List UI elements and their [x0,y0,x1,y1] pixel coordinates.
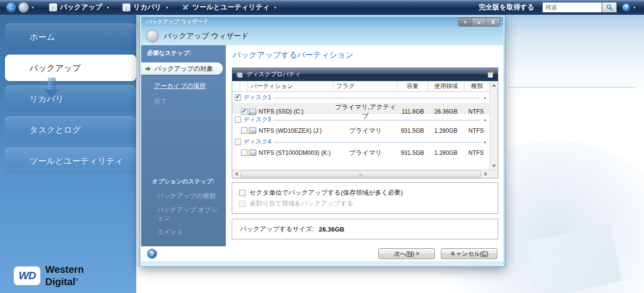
horizontal-scroll-thumb[interactable]: ||| [241,171,481,177]
forward-arrow-icon: → [21,4,27,11]
column-header-type[interactable]: 種類 [464,81,490,91]
disk-properties-icon [236,71,243,78]
step-backup-target[interactable]: バックアップの対象 [141,62,223,75]
unallocated-backup-option: 未割り当て領域をバックアップする [238,198,492,209]
backup-up-arrow-icon: ↑ [49,3,57,11]
tools-icon [182,3,189,11]
wizard-steps-panel: 必要なステップ: バックアップの対象 アーカイブの場所 完了 オプションのステッ… [141,45,226,246]
sidebar: ホーム バックアップ リカバリ タスクとログ ツールとユーティリティ WD We… [0,15,136,293]
table-row-partition-k[interactable]: ★ NTFS (ST1000DM003) (K:) プライマリ 931.5GB … [232,147,490,158]
partition-c-checkbox[interactable]: ✓ [241,109,247,115]
partition-icon: ★ [249,127,256,134]
collapse-chevron-icon[interactable]: ▲ [483,118,487,121]
sidebar-item-label: バックアップ [30,62,81,74]
chevron-down-icon: ▼ [165,6,169,9]
search-input[interactable] [542,2,602,13]
search-box [542,2,617,13]
sidebar-item-label: リカバリ [30,93,64,105]
get-full-version-link[interactable]: 完全版を取得する [479,3,534,12]
help-button[interactable]: ? [622,3,631,12]
sidebar-item-tasks-and-logs[interactable]: タスクとログ [5,117,136,143]
help-dropdown-caret[interactable]: ▼ [633,6,636,9]
sector-backup-checkbox[interactable] [239,190,245,196]
partition-icon: ★ [249,149,256,156]
back-arrow-icon: ← [8,4,15,11]
page-title: バックアップするパーティション [233,50,498,60]
scroll-right-arrow[interactable] [482,170,490,178]
table-toolbar: ディスクプロパティ [232,68,498,81]
wd-logo-mark: WD [14,266,40,285]
wd-logo-text: Western Digital® [45,264,84,287]
background-divider-line [508,87,636,88]
partition-name: NTFS (SSD) (C:) [259,108,304,115]
vertical-scrollbar[interactable] [490,81,498,170]
partition-used: 26.36GB [428,108,464,115]
sector-backup-option[interactable]: セクタ単位でバックアップする(保存領域が多く必要) [238,187,492,198]
dialog-titlebar[interactable]: バックアップ ウィザード ▼ ▲ X [141,17,503,27]
column-header-used[interactable]: 使用領域 [428,81,464,91]
option-label: セクタ単位でバックアップする(保存領域が多く必要) [249,188,403,197]
disk4-checkbox[interactable] [235,139,241,145]
horizontal-scrollbar[interactable]: ||| [232,170,498,178]
chevron-down-icon: ▼ [274,6,277,9]
sidebar-item-label: ツールとユーティリティ [30,155,123,167]
collapse-chevron-icon[interactable]: ▲ [483,140,487,144]
maximize-icon: ▲ [477,20,481,25]
scroll-left-arrow[interactable] [232,170,240,178]
collapse-chevron-icon[interactable]: ▲ [483,96,487,99]
menu-tools[interactable]: ツールとユーティリティ ▼ [182,3,277,12]
disk1-checkbox[interactable]: ✓ [235,94,241,101]
nav-history-dropdown[interactable]: ▼ [31,6,34,9]
header-spacer [232,81,240,91]
scroll-up-arrow[interactable] [490,81,498,89]
nav-back-button[interactable]: ← [6,2,17,13]
sidebar-item-backup[interactable]: バックアップ [5,55,136,81]
header-spacer [240,81,248,91]
partition-table: ディスクプロパティ パーティション フラグ 容 [232,67,498,178]
search-icon [606,4,613,11]
menu-backup[interactable]: ↑ バックアップ ▼ [49,3,110,12]
partition-flags: プライマリ [334,126,398,135]
minimize-button[interactable]: ▼ [459,18,472,26]
partition-used: 1.280GB [428,127,464,134]
close-icon: X [491,20,495,25]
sidebar-item-home[interactable]: ホーム [5,24,136,50]
step-comment: コメント [157,228,219,236]
table-row-disk1-group[interactable]: ✓ ディスク1 ▲ [232,92,490,103]
question-icon: ? [624,4,628,11]
question-icon: ? [150,250,154,258]
sidebar-item-recovery[interactable]: リカバリ [5,86,136,112]
column-header-partition[interactable]: パーティション [248,81,334,91]
step-archive-location[interactable]: アーカイブの場所 [154,82,226,90]
wizard-back-button[interactable]: ← [146,29,159,42]
column-header-flags[interactable]: フラグ [334,81,398,91]
dialog-title: バックアップ ウィザード [164,31,249,41]
wizard-help-button[interactable]: ? [147,249,157,259]
nav-forward-button[interactable]: → [18,2,29,13]
partition-k-checkbox[interactable] [241,149,247,156]
backup-wizard-dialog: バックアップ ウィザード ▼ ▲ X ← バックアップ ウィザード 必要なステッ… [139,15,505,267]
next-button[interactable]: 次へ(N) > [378,248,435,259]
partition-j-checkbox[interactable] [241,127,247,134]
table-row-partition-c[interactable]: ✓ ★ NTFS (SSD) (C:) プライマリ,アクティブ 111.8GB … [232,103,490,114]
unallocated-backup-checkbox [239,201,245,207]
sidebar-item-tools-and-utilities[interactable]: ツールとユーティリティ [5,147,136,174]
minimize-icon: ▼ [463,20,467,25]
table-row-disk4-group[interactable]: ディスク4 ▲ [232,136,490,147]
column-settings-icon[interactable] [487,71,494,78]
disk3-checkbox[interactable] [235,117,241,123]
table-row-partition-j[interactable]: ★ NTFS (WD10EZEX) (J:) プライマリ 931.5GB 1.2… [232,125,490,136]
back-arrow-icon: ← [149,32,156,40]
menu-recovery[interactable]: ↓ リカバリ ▼ [123,3,169,12]
disk-group-label: ディスク4 [244,138,271,146]
partition-type: NTFS [464,149,490,156]
scroll-down-arrow[interactable] [490,162,498,170]
cancel-button[interactable]: キャンセル(C) [441,248,497,259]
search-button[interactable] [602,2,617,13]
column-header-capacity[interactable]: 容量 [398,81,428,91]
dialog-header: ← バックアップ ウィザード [141,27,503,45]
backup-options-box: セクタ単位でバックアップする(保存領域が多く必要) 未割り当て領域をバックアップ… [232,182,498,214]
partition-type: NTFS [464,127,490,134]
maximize-button[interactable]: ▲ [472,18,486,26]
close-button[interactable]: X [486,18,500,26]
